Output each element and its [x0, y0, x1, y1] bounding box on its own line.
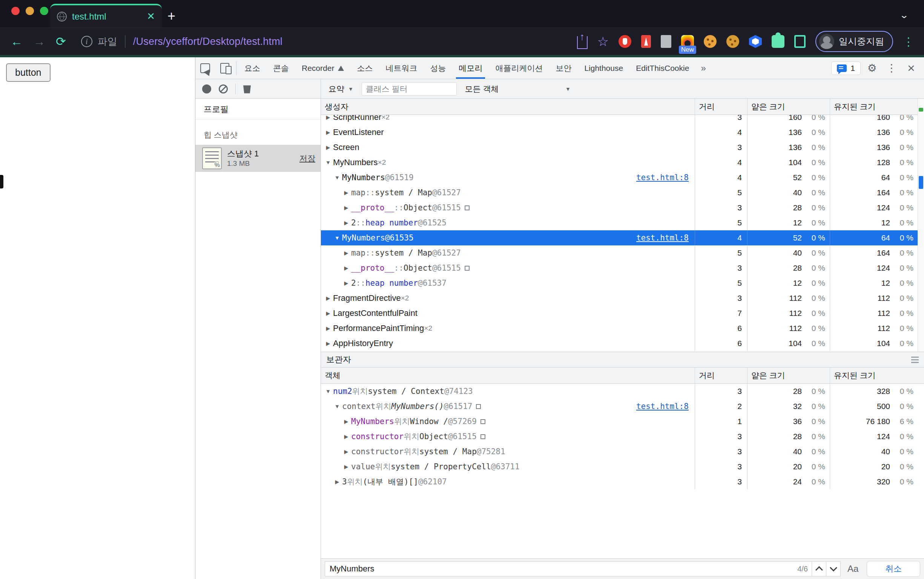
column-shallow-size[interactable]: 얕은 크기: [747, 368, 830, 383]
browser-menu-kebab-icon[interactable]: ⋮: [903, 35, 914, 48]
object-revealer-box-icon[interactable]: [465, 205, 470, 210]
search-input[interactable]: [325, 564, 797, 574]
match-case-toggle[interactable]: Aa: [847, 564, 858, 574]
tree-expanded-arrow-icon[interactable]: ▼: [332, 175, 342, 181]
tree-collapsed-arrow-icon[interactable]: ▶: [323, 340, 333, 347]
lighthouse-extension-icon[interactable]: [641, 35, 651, 48]
page-button[interactable]: button: [6, 63, 51, 82]
tab-소스[interactable]: 소스: [351, 57, 379, 79]
search-previous-button[interactable]: [812, 561, 826, 576]
inspect-element-icon[interactable]: [195, 57, 215, 79]
column-shallow-size[interactable]: 얕은 크기: [747, 99, 830, 114]
tree-collapsed-arrow-icon[interactable]: ▶: [323, 310, 333, 316]
class-filter-input[interactable]: [362, 82, 457, 96]
tab-Lighthouse[interactable]: Lighthouse: [578, 57, 629, 79]
tab-네트워크[interactable]: 네트워크: [379, 57, 424, 79]
retainer-row[interactable]: ▶3 위치 (내부 배열)[] @621073240 %3200 %: [321, 474, 924, 489]
tab-메모리[interactable]: 메모리: [452, 57, 489, 79]
maximize-window-button[interactable]: [40, 7, 48, 15]
tree-collapsed-arrow-icon[interactable]: ▶: [341, 265, 351, 271]
tree-expanded-arrow-icon[interactable]: ▼: [332, 403, 342, 409]
constructor-row[interactable]: ▼MyNumbers @61535test.html:84520 %640 %: [321, 230, 924, 245]
retainer-row[interactable]: ▼num2 위치 system / Context @741233280 %32…: [321, 384, 924, 399]
column-retained-size[interactable]: 유지된 크기: [830, 368, 918, 383]
search-cancel-button[interactable]: 취소: [867, 561, 920, 577]
constructor-row[interactable]: ▼MyNumbers @61519test.html:84520 %640 %: [321, 170, 924, 185]
snapshot-item[interactable]: 스냅샷 1 1.3 MB 저장: [195, 145, 321, 172]
object-revealer-box-icon[interactable]: [480, 419, 485, 424]
new-tab-button[interactable]: +: [167, 8, 175, 24]
settings-gear-icon[interactable]: ⚙: [863, 62, 880, 74]
tree-collapsed-arrow-icon[interactable]: ▶: [323, 115, 333, 120]
teal-extension-icon[interactable]: [794, 35, 806, 48]
retainer-row[interactable]: ▶constructor 위치 Object @615153280 %1240 …: [321, 429, 924, 444]
cookie-extension-icon[interactable]: [704, 35, 717, 48]
tab-애플리케이션[interactable]: 애플리케이션: [489, 57, 549, 79]
tree-collapsed-arrow-icon[interactable]: ▶: [341, 205, 351, 211]
column-constructor[interactable]: 생성자: [321, 99, 695, 114]
tree-collapsed-arrow-icon[interactable]: ▶: [341, 448, 351, 455]
column-distance[interactable]: 거리: [695, 99, 747, 114]
forward-icon[interactable]: →: [33, 35, 45, 49]
object-scope-select[interactable]: 모든 객체 ▼: [465, 84, 571, 94]
profile-button[interactable]: 일시중지됨: [815, 31, 893, 52]
constructor-row[interactable]: ▶PerformancePaintTiming ×261120 %1120 %: [321, 321, 924, 336]
constructor-row[interactable]: ▶2 :: heap number @615255120 %120 %: [321, 215, 924, 230]
take-snapshot-record-icon[interactable]: [202, 84, 211, 93]
tab-close-icon[interactable]: ✕: [147, 11, 155, 22]
constructor-row[interactable]: ▶ScriptRunner ×231600 %1600 %: [321, 115, 924, 125]
constructor-row[interactable]: ▶LargestContentfulPaint71120 %1120 %: [321, 306, 924, 321]
perspective-select[interactable]: 요약 ▼: [328, 84, 353, 94]
tab-Recorder[interactable]: Recorder: [295, 57, 351, 79]
tree-expanded-arrow-icon[interactable]: ▼: [332, 235, 342, 241]
tree-collapsed-arrow-icon[interactable]: ▶: [323, 295, 333, 301]
tab-요소[interactable]: 요소: [238, 57, 267, 79]
devtools-menu-kebab-icon[interactable]: ⋮: [883, 62, 900, 74]
column-retained-size[interactable]: 유지된 크기: [830, 99, 918, 114]
tab-search-chevron-icon[interactable]: ⌄: [899, 10, 909, 20]
constructor-row[interactable]: ▶2 :: heap number @615375120 %120 %: [321, 276, 924, 291]
snapshot-save-link[interactable]: 저장: [300, 153, 315, 164]
constructor-row[interactable]: ▶AppHistoryEntry61040 %1040 %: [321, 336, 924, 351]
tree-collapsed-arrow-icon[interactable]: ▶: [341, 220, 351, 226]
tab-성능[interactable]: 성능: [424, 57, 452, 79]
object-revealer-box-icon[interactable]: [480, 434, 485, 439]
tree-collapsed-arrow-icon[interactable]: ▶: [341, 190, 351, 196]
tab-보안[interactable]: 보안: [549, 57, 578, 79]
site-info-icon[interactable]: i: [81, 36, 92, 47]
retainer-row[interactable]: ▶constructor 위치 system / Map @752813400 …: [321, 444, 924, 459]
tree-collapsed-arrow-icon[interactable]: ▶: [341, 464, 351, 470]
hexagon-extension-icon[interactable]: [749, 35, 762, 48]
column-object[interactable]: 객체: [321, 368, 695, 383]
tree-collapsed-arrow-icon[interactable]: ▶: [332, 479, 342, 485]
delete-profile-trash-icon[interactable]: [243, 84, 251, 93]
tree-collapsed-arrow-icon[interactable]: ▶: [341, 433, 351, 440]
constructor-row[interactable]: ▶FragmentDirective ×231120 %1120 %: [321, 291, 924, 306]
cookie-editor-extension-icon[interactable]: [726, 35, 739, 48]
share-icon[interactable]: [577, 36, 588, 49]
minimize-window-button[interactable]: [26, 7, 34, 15]
constructor-row[interactable]: ▼MyNumbers ×241040 %1280 %: [321, 155, 924, 170]
bookmark-star-icon[interactable]: ☆: [597, 34, 609, 49]
more-tabs-button[interactable]: »: [695, 57, 711, 79]
source-location-link[interactable]: test.html:8: [636, 173, 689, 182]
clear-profiles-icon[interactable]: [219, 84, 228, 93]
object-revealer-box-icon[interactable]: [465, 266, 470, 271]
tree-collapsed-arrow-icon[interactable]: ▶: [341, 250, 351, 256]
tree-collapsed-arrow-icon[interactable]: ▶: [323, 144, 333, 150]
retainer-row[interactable]: ▶MyNumbers 위치 Window / @572691360 %76 18…: [321, 414, 924, 429]
extension-with-new-badge-icon[interactable]: New: [681, 35, 694, 48]
close-window-button[interactable]: [11, 7, 20, 15]
device-toolbar-icon[interactable]: [215, 57, 234, 79]
retainer-row[interactable]: ▼context 위치 MyNumbers() @61517test.html:…: [321, 399, 924, 414]
reload-icon[interactable]: ⟳: [56, 34, 66, 49]
grid-scrollbar[interactable]: [917, 99, 924, 352]
tree-expanded-arrow-icon[interactable]: ▼: [323, 388, 333, 394]
retainer-row[interactable]: ▶value 위치 system / PropertyCell @6371132…: [321, 459, 924, 474]
constructor-row[interactable]: ▶map :: system / Map @615275400 %1640 %: [321, 185, 924, 200]
source-location-link[interactable]: test.html:8: [636, 233, 689, 242]
browser-tab[interactable]: test.html ✕: [50, 4, 162, 28]
source-location-link[interactable]: test.html:8: [636, 402, 689, 411]
tree-collapsed-arrow-icon[interactable]: ▶: [341, 419, 351, 424]
tab-EditThisCookie[interactable]: EditThisCookie: [629, 57, 695, 79]
